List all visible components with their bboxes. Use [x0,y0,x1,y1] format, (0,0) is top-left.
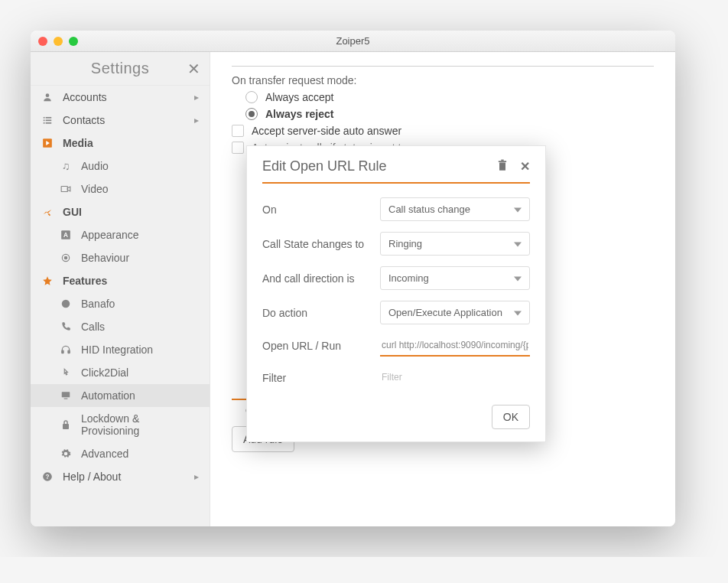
app-window: Zoiper5 Settings ✕ Accounts ▸ Contacts ▸ [31,31,675,526]
sidebar-title: Settings [91,60,149,77]
headphones-icon [58,344,73,355]
select-call-state[interactable]: Ringing [380,232,530,256]
transfer-mode-label: On transfer request mode: [232,74,654,86]
nav-label: Automation [81,389,135,402]
url-input[interactable] [380,335,530,357]
play-icon [40,138,55,148]
nav-label: Features [63,275,107,287]
svg-rect-1 [44,117,45,119]
modal-title: Edit Open URL Rule [262,158,497,174]
close-icon[interactable]: ✕ [187,60,201,78]
font-icon: A [58,230,73,240]
field-label-call-state: Call State changes to [262,238,380,250]
select-on[interactable]: Call status change [380,197,530,221]
svg-rect-8 [61,187,67,192]
sidebar-item-appearance[interactable]: A Appearance [31,223,210,246]
sidebar-item-hid[interactable]: HID Integration [31,338,210,361]
sidebar-header: Settings ✕ [31,52,210,86]
select-direction[interactable]: Incoming [380,266,530,290]
sidebar-item-automation[interactable]: Automation [31,384,210,407]
radio-always-reject[interactable]: Always reject [245,108,654,120]
field-label-on: On [262,204,380,216]
svg-rect-17 [64,399,68,399]
radio-icon [245,108,258,120]
sidebar-item-media[interactable]: Media [31,132,210,155]
phone-icon [58,321,73,332]
music-icon: ♫ [58,160,73,172]
field-label-url: Open URL / Run [262,340,380,352]
nav-label: Banafo [81,298,115,310]
nav-label: Behaviour [81,252,129,264]
radio-always-accept[interactable]: Always accept [245,91,654,103]
nav-label: Media [63,137,93,149]
sidebar-item-calls[interactable]: Calls [31,315,210,338]
nav-label: Audio [81,160,109,172]
checkbox-icon [232,142,244,154]
maximize-icon[interactable] [69,37,78,46]
sidebar-item-click2dial[interactable]: Click2Dial [31,361,210,384]
svg-rect-21 [499,163,505,171]
lock-icon [58,419,73,430]
field-label-action: Do action [262,307,380,319]
sidebar-item-contacts[interactable]: Contacts ▸ [31,109,210,132]
minimize-icon[interactable] [54,37,63,46]
nav-label: HID Integration [81,344,153,356]
close-icon[interactable] [38,37,47,46]
sidebar-item-accounts[interactable]: Accounts ▸ [31,86,210,109]
edit-rule-modal: Edit Open URL Rule ✕ On Call status chan… [246,145,546,442]
target-icon [58,252,73,263]
filter-input[interactable] [380,367,530,388]
svg-point-13 [62,300,70,308]
sidebar-item-lockdown[interactable]: Lockdown & Provisioning [31,407,210,442]
svg-rect-3 [44,119,45,121]
nav-label: Contacts [63,114,105,126]
sidebar-item-banafo[interactable]: Banafo [31,292,210,315]
person-icon [40,92,55,103]
nav-label: Lockdown & Provisioning [81,412,200,437]
svg-rect-5 [44,122,45,124]
nav-label: GUI [63,206,82,218]
sidebar-item-features[interactable]: Features [31,269,210,292]
chevron-right-icon: ▸ [194,471,199,482]
sidebar-item-advanced[interactable]: Advanced [31,442,210,465]
monitor-icon [58,390,73,401]
sidebar-item-help[interactable]: ? Help / About ▸ [31,465,210,488]
sidebar: Settings ✕ Accounts ▸ Contacts ▸ Media [31,52,210,526]
window-title: Zoiper5 [31,35,675,47]
svg-text:?: ? [46,474,50,480]
svg-text:A: A [63,232,68,239]
radio-label: Always accept [265,91,333,103]
checkbox-icon [232,125,244,137]
titlebar: Zoiper5 [31,31,675,52]
camera-icon [58,184,73,194]
svg-rect-15 [68,350,70,353]
star-icon [40,275,55,286]
svg-point-12 [64,256,67,259]
chevron-right-icon: ▸ [194,92,199,103]
sidebar-item-video[interactable]: Video [31,178,210,200]
trash-icon[interactable] [497,159,508,174]
checkbox-server-side[interactable]: Accept server-side auto answer [232,125,654,137]
svg-rect-16 [62,392,70,397]
nav-label: Calls [81,321,105,333]
ok-button[interactable]: OK [492,405,530,429]
field-label-direction: And call direction is [262,272,380,285]
radio-icon [245,91,258,103]
sidebar-item-audio[interactable]: ♫ Audio [31,155,210,178]
nav-label: Help / About [63,471,121,483]
close-icon[interactable]: ✕ [520,159,530,174]
sidebar-item-gui[interactable]: GUI [31,200,210,223]
svg-rect-4 [46,119,52,121]
svg-point-0 [46,93,50,97]
svg-rect-6 [46,122,52,124]
radio-label: Always reject [265,108,334,120]
select-action[interactable]: Open/Execute Application [380,301,530,324]
nav-label: Accounts [63,91,107,103]
svg-rect-22 [499,161,506,162]
sidebar-item-behaviour[interactable]: Behaviour [31,246,210,269]
svg-rect-23 [501,160,503,161]
pointer-icon [58,367,73,378]
help-icon: ? [40,471,55,482]
nav-label: Appearance [81,229,139,241]
svg-rect-2 [46,117,52,119]
